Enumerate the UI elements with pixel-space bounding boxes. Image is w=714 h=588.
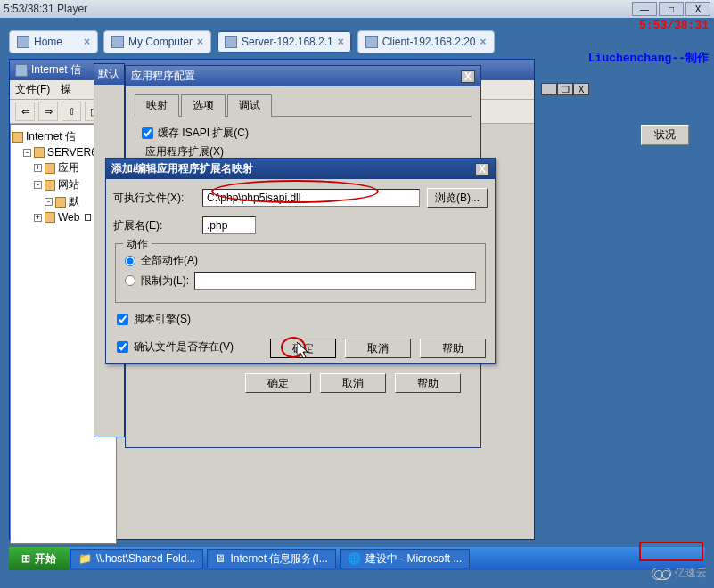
globe-icon: [12, 132, 23, 143]
row-executable: 可执行文件(X): 浏览(B)...: [113, 188, 488, 208]
close-icon[interactable]: ×: [338, 36, 344, 48]
client-icon: [365, 36, 378, 48]
tab-label: Home: [34, 36, 62, 48]
overlay-credit: Liuchenchang--制作: [588, 50, 709, 66]
tab-mycomputer[interactable]: My Computer ×: [103, 30, 211, 53]
radio-all-label: 全部动作(A): [141, 253, 198, 268]
expand-icon[interactable]: -: [45, 198, 53, 206]
close-button[interactable]: X: [685, 2, 710, 16]
home-icon: [17, 36, 29, 48]
minimize-button[interactable]: —: [632, 2, 657, 16]
expand-icon[interactable]: -: [23, 149, 31, 157]
tab-label: My Computer: [128, 36, 193, 48]
menu-file[interactable]: 文件(F): [15, 82, 50, 97]
radio-all-actions[interactable]: [125, 256, 135, 266]
help-button[interactable]: 帮助: [395, 373, 461, 393]
radio-limit-label: 限制为(L):: [141, 274, 189, 289]
mapping-titlebar[interactable]: 添加/编辑应用程序扩展名映射 X: [106, 159, 495, 179]
tab-home[interactable]: Home ×: [9, 30, 98, 53]
checkbox-cache-isapi[interactable]: 缓存 ISAPI 扩展(C): [142, 126, 472, 141]
iis-icon: 🖥: [215, 552, 226, 565]
player-title: 5:53/38:31 Player: [4, 3, 87, 15]
cancel-button[interactable]: 取消: [345, 339, 411, 358]
site-icon: [55, 197, 66, 208]
close-icon[interactable]: ×: [480, 36, 487, 48]
menu-op[interactable]: 操: [61, 82, 71, 97]
checkbox-file-exists-row[interactable]: 确认文件是否存在(V): [117, 339, 234, 355]
file-exists-checkbox[interactable]: [117, 341, 128, 353]
watermark: 亿速云: [652, 566, 707, 581]
extension-input[interactable]: [202, 216, 256, 234]
tab-label: Server-192.168.2.1: [242, 36, 333, 48]
player-window-buttons: — □ X: [632, 2, 710, 16]
label-extension: 扩展名(E):: [113, 218, 195, 233]
folder-icon: [45, 212, 55, 223]
help-button[interactable]: 帮助: [420, 339, 486, 358]
radio-limit[interactable]: [125, 275, 135, 286]
expand-icon[interactable]: -: [34, 181, 42, 189]
mapping-title: 添加/编辑应用程序扩展名映射: [111, 161, 253, 176]
tab-server[interactable]: Server-192.168.2.1 ×: [217, 30, 352, 53]
secondary-window-buttons: _ ❐ X: [541, 83, 589, 95]
start-button[interactable]: ⊞ 开始: [9, 547, 69, 570]
iis-icon: [15, 64, 28, 77]
windows-icon: ⊞: [21, 552, 30, 565]
script-engine-label: 脚本引擎(S): [134, 312, 191, 327]
vm-tabstrip: Home × My Computer × Server-192.168.2.1 …: [9, 30, 495, 53]
row-extension: 扩展名(E):: [113, 216, 488, 234]
expand-icon[interactable]: +: [34, 214, 42, 222]
task-ie[interactable]: 🌐建设中 - Microsoft ...: [340, 549, 471, 568]
script-engine-checkbox[interactable]: [117, 314, 128, 325]
browse-button[interactable]: 浏览(B)...: [427, 188, 488, 208]
overlay-clock: 5:53/38:31: [639, 19, 709, 32]
radio-all-actions-row[interactable]: 全部动作(A): [125, 253, 476, 268]
close-button[interactable]: X: [573, 83, 589, 95]
cache-isapi-checkbox[interactable]: [142, 127, 153, 139]
ok-button[interactable]: 确定: [245, 373, 311, 393]
task-shared-folder[interactable]: 📁\\.host\Shared Fold...: [70, 549, 203, 568]
executable-input[interactable]: [202, 189, 420, 207]
taskbar: ⊞ 开始 📁\\.host\Shared Fold... 🖥Internet 信…: [9, 547, 705, 570]
player-titlebar: 5:53/38:31 Player — □ X: [0, 0, 714, 18]
tab-label: Client-192.168.2.20: [382, 36, 476, 48]
expand-icon[interactable]: +: [34, 164, 42, 172]
folder-icon: 📁: [78, 552, 92, 565]
watermark-icon: [652, 568, 671, 580]
dialog-default-title: 默认: [94, 64, 124, 85]
tab-client[interactable]: Client-192.168.2.20 ×: [357, 30, 495, 53]
watermark-text: 亿速云: [675, 566, 707, 581]
ok-button[interactable]: 确定: [270, 339, 336, 358]
computer-icon: [111, 36, 124, 48]
folder-icon: [45, 163, 55, 174]
label-executable: 可执行文件(X):: [113, 191, 195, 206]
tab-options[interactable]: 选项: [181, 94, 226, 117]
app-config-titlebar[interactable]: 应用程序配置 X: [126, 66, 480, 86]
checkbox-script-engine-row[interactable]: 脚本引擎(S): [117, 312, 234, 327]
tab-mapping[interactable]: 映射: [135, 94, 179, 117]
ie-icon: 🌐: [348, 552, 361, 565]
limit-input[interactable]: [194, 272, 476, 290]
close-icon[interactable]: X: [475, 163, 489, 176]
app-config-tabs: 映射 选项 调试: [135, 94, 472, 117]
column-header-status[interactable]: 状况: [641, 125, 689, 145]
task-iis[interactable]: 🖥Internet 信息服务(I...: [207, 549, 335, 568]
groupbox-action: 动作 全部动作(A) 限制为(L):: [115, 243, 486, 303]
tab-debug[interactable]: 调试: [227, 94, 272, 117]
maximize-button[interactable]: □: [659, 2, 684, 16]
cancel-button[interactable]: 取消: [320, 373, 386, 393]
fwd-icon[interactable]: ⇒: [38, 102, 58, 121]
close-icon[interactable]: ×: [197, 36, 203, 48]
start-label: 开始: [35, 551, 56, 567]
restore-button[interactable]: ❐: [557, 83, 573, 95]
radio-limit-row[interactable]: 限制为(L):: [125, 272, 476, 290]
folder-icon: [45, 180, 55, 191]
up-icon[interactable]: ⇧: [62, 102, 81, 121]
file-exists-label: 确认文件是否存在(V): [134, 339, 234, 355]
iis-title-text: Internet 信: [31, 62, 81, 78]
close-icon[interactable]: X: [461, 70, 475, 83]
minimize-button[interactable]: _: [541, 83, 557, 95]
close-icon[interactable]: ×: [84, 36, 90, 48]
back-icon[interactable]: ⇐: [15, 102, 35, 121]
server-icon: [225, 36, 237, 48]
server-icon: [34, 147, 45, 158]
